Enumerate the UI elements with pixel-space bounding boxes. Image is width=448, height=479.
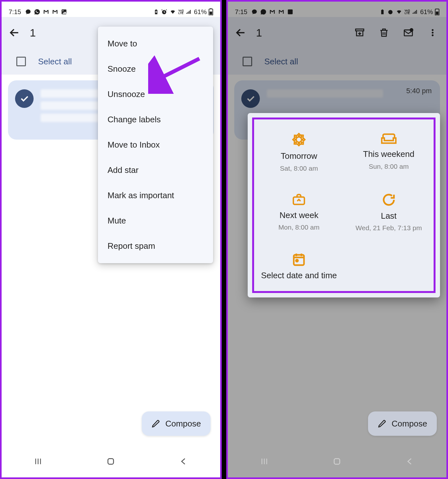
selection-count: 1	[30, 27, 36, 39]
nav-recents[interactable]	[255, 455, 274, 468]
menu-unsnooze[interactable]: Unsnooze	[98, 82, 213, 107]
menu-change-labels[interactable]: Change labels	[98, 107, 213, 132]
compose-label: Compose	[392, 419, 427, 429]
snooze-tomorrow[interactable]: Tomorrow Sat, 8:00 am	[254, 128, 344, 175]
snooze-opt-title: Last	[381, 211, 396, 221]
snooze-opt-title: Select date and time	[261, 270, 337, 281]
snooze-opt-sub: Sat, 8:00 am	[280, 165, 318, 172]
couch-icon	[380, 132, 398, 146]
nav-back[interactable]	[400, 455, 420, 468]
compose-label: Compose	[165, 419, 201, 429]
whatsapp-icon	[34, 9, 40, 15]
alarm-icon	[161, 9, 167, 15]
menu-move-to-inbox[interactable]: Move to Inbox	[98, 132, 213, 158]
battery-saver-icon	[153, 9, 159, 15]
snooze-dialog: Tomorrow Sat, 8:00 am This weekend Sun, …	[248, 113, 440, 297]
snooze-opt-title: Next week	[280, 210, 318, 221]
sun-icon	[291, 132, 307, 148]
menu-snooze[interactable]: Snooze	[98, 56, 213, 82]
signal-icon	[186, 9, 192, 15]
snooze-opt-sub: Sun, 8:00 am	[369, 163, 409, 170]
snooze-opt-sub: Mon, 8:00 am	[278, 223, 319, 231]
chat-icon	[25, 9, 31, 15]
select-all-checkbox[interactable]	[16, 57, 26, 66]
snooze-opt-sub: Wed, 21 Feb, 7:13 pm	[356, 224, 422, 232]
select-all-label: Select all	[38, 57, 72, 67]
snooze-this-weekend[interactable]: This weekend Sun, 8:00 am	[344, 128, 434, 175]
snooze-select-date-time[interactable]: Select date and time	[254, 248, 344, 284]
battery-percent: 61%	[194, 8, 207, 16]
svg-rect-4	[210, 12, 212, 15]
nav-home[interactable]	[327, 455, 347, 468]
svg-rect-5	[210, 8, 212, 9]
battery-icon	[209, 8, 213, 15]
menu-move-to[interactable]: Move to	[98, 31, 213, 56]
screenshot-right: 7:15 Vo))LTE 61% 1	[226, 0, 448, 479]
context-menu: Move to Snooze Unsnooze Change labels Mo…	[98, 27, 213, 263]
snooze-dialog-highlight: Tomorrow Sat, 8:00 am This weekend Sun, …	[252, 118, 436, 293]
menu-add-star[interactable]: Add star	[98, 158, 213, 183]
screenshot-left: 7:15 Vo))LTE 61% 1	[0, 0, 222, 479]
nav-home[interactable]	[101, 455, 120, 468]
calendar-icon	[291, 252, 307, 267]
menu-mark-important[interactable]: Mark as important	[98, 183, 213, 208]
compose-button[interactable]: Compose	[142, 411, 211, 436]
snooze-opt-title: This weekend	[363, 149, 414, 159]
menu-mute[interactable]: Mute	[98, 208, 213, 233]
svg-rect-22	[334, 459, 340, 464]
gmail-m-icon	[43, 9, 49, 15]
back-button[interactable]	[7, 26, 21, 40]
gmail-m-icon-2	[52, 9, 58, 15]
status-bar: 7:15 Vo))LTE 61%	[2, 2, 220, 17]
svg-rect-7	[108, 459, 114, 464]
svg-point-1	[62, 10, 63, 11]
pencil-icon	[151, 419, 160, 428]
redo-icon	[381, 192, 396, 207]
svg-rect-19	[293, 197, 305, 204]
snooze-next-week[interactable]: Next week Mon, 8:00 am	[254, 189, 344, 235]
menu-report-spam[interactable]: Report spam	[98, 233, 213, 259]
gallery-icon	[61, 9, 67, 15]
selection-check-icon[interactable]	[15, 89, 34, 108]
wifi-icon	[169, 9, 176, 15]
screenshot-divider	[222, 0, 226, 479]
compose-button[interactable]: Compose	[368, 411, 437, 436]
snooze-opt-title: Tomorrow	[281, 151, 317, 161]
snooze-last[interactable]: Last Wed, 21 Feb, 7:13 pm	[344, 189, 434, 235]
nav-recents[interactable]	[28, 455, 48, 468]
briefcase-icon	[291, 192, 307, 207]
pencil-icon	[378, 419, 387, 428]
nav-back[interactable]	[174, 455, 193, 468]
svg-point-21	[296, 260, 298, 262]
status-time: 7:15	[9, 8, 21, 16]
nav-bar	[228, 449, 446, 477]
volte-icon: Vo))LTE	[178, 9, 184, 14]
svg-point-18	[296, 137, 302, 142]
nav-bar	[2, 449, 220, 477]
